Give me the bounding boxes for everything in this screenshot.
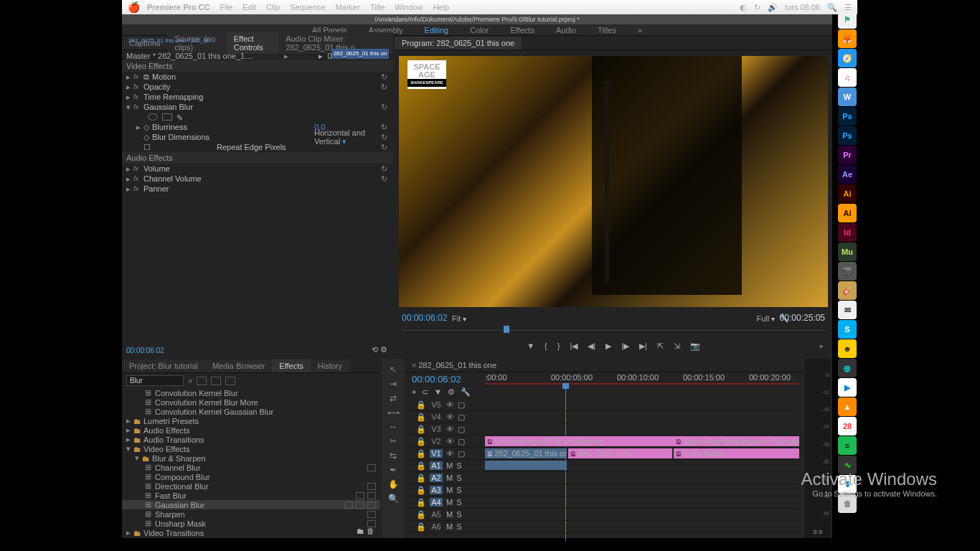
dock-app-icon[interactable]: W — [838, 88, 857, 106]
menu-title[interactable]: Title — [370, 3, 385, 11]
keyframe-toggle-icon[interactable]: ◇ — [143, 133, 152, 142]
fx-item[interactable]: Sharpen — [155, 510, 185, 519]
solo-icon[interactable]: S — [456, 486, 461, 494]
slip-tool-icon[interactable]: ⇆ — [387, 451, 399, 461]
tab-media-browser[interactable]: Media Browser — [205, 359, 272, 372]
dock-app-icon[interactable]: ⚑ — [838, 10, 857, 29]
solo-icon[interactable]: S — [456, 461, 461, 470]
clip-v2-logo[interactable]: 🖻 Channel logo 2016 smaller.png — [485, 436, 674, 446]
ws-editing[interactable]: Editing — [425, 26, 449, 34]
fx-preset[interactable]: Convolution Kernel Blur — [155, 389, 238, 397]
ws-color[interactable]: Color — [470, 26, 489, 34]
fx-folder[interactable]: Audio Effects — [143, 426, 190, 435]
lock-icon[interactable]: 🔒 — [416, 474, 426, 483]
reset-icon[interactable]: ↻ — [379, 83, 389, 92]
fx-folder[interactable]: Lumetri Presets — [143, 417, 199, 425]
program-scrubber[interactable] — [402, 326, 825, 336]
dock-app-icon[interactable]: Ae — [838, 165, 857, 184]
effect-gaussian-blur[interactable]: Gaussian Blur — [143, 103, 379, 111]
clip-v2-title[interactable]: 🖻 Space Age Shakespeare Title.png — [674, 436, 799, 446]
dock-app-icon[interactable]: 🎬 — [838, 262, 857, 281]
playhead-icon[interactable] — [504, 326, 509, 333]
ws-audio[interactable]: Audio — [556, 26, 576, 34]
track-a1[interactable]: A1 — [430, 461, 443, 470]
twirl-icon[interactable]: ▸ — [126, 93, 133, 102]
program-timecode[interactable]: 00:00:06:02 — [402, 313, 447, 323]
video-preview[interactable]: SPACEAGE SHAKESPEARE — [399, 56, 828, 307]
twirl-icon[interactable]: ▾ — [135, 453, 142, 463]
track-v1[interactable]: V1 — [430, 449, 443, 458]
step-fwd-icon[interactable]: |▶ — [621, 342, 629, 351]
keyframe-toggle-icon[interactable]: ◇ — [143, 123, 152, 132]
tab-history[interactable]: History — [311, 359, 349, 372]
track-a3[interactable]: A3 — [430, 486, 443, 494]
dock-app-icon[interactable]: S — [838, 320, 857, 339]
menu-clip[interactable]: Clip — [266, 3, 280, 11]
app-name[interactable]: Premiere Pro CC — [147, 3, 209, 11]
reset-icon[interactable]: ↻ — [379, 103, 389, 112]
lock-icon[interactable]: 🔒 — [416, 413, 426, 422]
lock-icon[interactable]: 🔒 — [416, 400, 426, 410]
fx-badge-icon[interactable]: fx — [133, 103, 143, 110]
reset-icon[interactable]: ↻ — [379, 72, 389, 82]
delete-icon[interactable]: 🗑 — [367, 527, 374, 535]
menu-window[interactable]: Window — [395, 3, 423, 11]
rolling-tool-icon[interactable]: ⟷ — [387, 408, 399, 418]
go-to-in-icon[interactable]: |◀ — [570, 342, 578, 351]
selection-tool-icon[interactable]: ↖ — [387, 364, 399, 375]
menu-help[interactable]: Help — [433, 3, 449, 11]
clear-search-icon[interactable]: × — [188, 377, 192, 385]
zoom-fit-dropdown[interactable]: Fit ▾ — [452, 314, 466, 323]
clip-a1[interactable] — [485, 461, 567, 470]
add-marker-icon[interactable]: ▼ — [527, 342, 534, 350]
reset-icon[interactable]: ↻ — [379, 164, 389, 174]
param-repeat-edge[interactable]: Repeat Edge Pixels — [217, 143, 379, 151]
effect-opacity[interactable]: Opacity — [143, 83, 379, 91]
dock-app-icon[interactable]: ☻ — [838, 339, 857, 358]
track-a6[interactable]: A6 — [430, 522, 443, 531]
tab-project[interactable]: Project: Blur tutorial — [122, 359, 205, 372]
volume-icon[interactable]: 🔊 — [768, 3, 778, 12]
lock-icon[interactable]: 🔒 — [416, 486, 426, 495]
fx-item[interactable]: Fast Blur — [155, 491, 187, 500]
menu-file[interactable]: File — [220, 3, 232, 11]
zoom-tool-icon[interactable]: 🔍 — [387, 494, 399, 504]
clip-v1-img[interactable]: 🖻 IMG_0327.JPG — [568, 448, 672, 458]
mute-icon[interactable]: ▢ — [458, 425, 465, 434]
apple-icon[interactable]: 🍎 — [128, 1, 140, 13]
fx-badge-icon[interactable]: fx — [133, 175, 143, 182]
effect-channel-volume[interactable]: Channel Volume — [143, 174, 379, 183]
marker-icon[interactable]: ▼ — [434, 387, 442, 397]
dock-app-icon[interactable]: Ps — [838, 107, 857, 126]
settings-icon[interactable]: ⚙ — [448, 387, 455, 397]
solo-buttons[interactable]: S S — [805, 529, 831, 535]
clock[interactable]: tors 08:06 — [785, 3, 820, 11]
extract-icon[interactable]: ⇲ — [674, 342, 680, 351]
sync-icon[interactable]: ↻ — [754, 3, 760, 12]
reset-icon[interactable]: ↻ — [379, 174, 389, 184]
solo-icon[interactable]: S — [456, 522, 461, 531]
mute-icon[interactable]: M — [446, 486, 453, 494]
eye-icon[interactable]: 👁 — [446, 400, 454, 409]
dock-app-icon[interactable]: Ai — [838, 184, 857, 203]
hand-tool-icon[interactable]: ✋ — [387, 479, 399, 489]
fx-item[interactable]: Channel Blur — [155, 463, 201, 472]
eye-icon[interactable]: 👁 — [446, 425, 454, 433]
checkbox-icon[interactable]: ☐ — [143, 143, 152, 152]
mute-icon[interactable]: ▢ — [458, 400, 465, 410]
mute-icon[interactable]: M — [446, 498, 453, 507]
clip-v1-main[interactable]: 🖻 282_0625_01 this one_1.m — [485, 448, 567, 458]
mask-rect-icon[interactable] — [162, 113, 172, 121]
lock-icon[interactable]: 🔒 — [416, 449, 426, 458]
ws-overflow-icon[interactable]: » — [638, 26, 642, 34]
dock-app-icon[interactable]: ◎ — [838, 359, 857, 377]
mask-ellipse-icon[interactable] — [148, 113, 158, 121]
lock-icon[interactable]: 🔒 — [416, 437, 426, 446]
fx-preset[interactable]: Convolution Kernel Gaussian Blur — [155, 408, 273, 416]
mask-pen-icon[interactable]: ✎ — [176, 113, 187, 121]
tab-effect-controls[interactable]: Effect Controls — [227, 32, 278, 54]
dock-app-icon[interactable]: ≡ — [838, 436, 857, 455]
pen-tool-icon[interactable]: ✒ — [387, 465, 399, 475]
twirl-icon[interactable]: ▸ — [126, 528, 133, 537]
lock-icon[interactable]: 🔒 — [416, 461, 426, 471]
